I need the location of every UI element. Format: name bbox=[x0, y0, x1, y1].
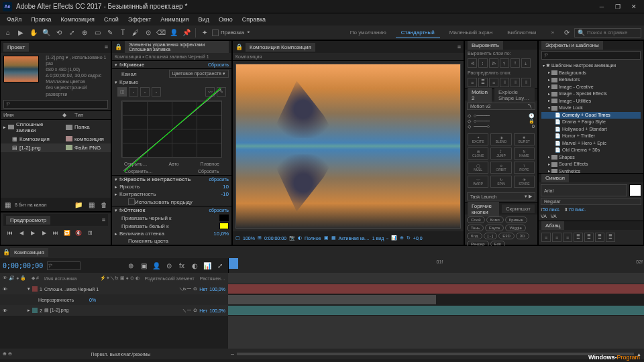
lock-icon[interactable]: 🔒 bbox=[235, 44, 243, 50]
prev-settings-icon[interactable]: ⊞ bbox=[85, 228, 95, 237]
mo2-spin[interactable]: ↻SPIN bbox=[490, 176, 511, 188]
blue-channel-icon[interactable]: ▫ bbox=[152, 87, 161, 97]
fill-color[interactable] bbox=[629, 184, 641, 196]
para-center-icon[interactable]: ≡ bbox=[552, 233, 561, 242]
playhead-icon[interactable] bbox=[229, 258, 238, 269]
col-source[interactable]: Имя источника bbox=[44, 276, 76, 281]
layer-name[interactable]: ▤ [1-2].png bbox=[44, 308, 69, 313]
channel-icon[interactable]: ◐ bbox=[298, 235, 302, 241]
first-frame-icon[interactable]: ⏮ bbox=[5, 228, 15, 237]
dist-4-icon[interactable]: ⦀ bbox=[500, 78, 509, 87]
help-search-input[interactable] bbox=[587, 29, 634, 36]
timeline-search[interactable] bbox=[47, 261, 80, 270]
tree-preset[interactable]: 📄Hollywood + Standart bbox=[541, 126, 641, 133]
dist-1-icon[interactable]: ≡ bbox=[468, 78, 477, 87]
motion2-tab[interactable]: Motion 2 bbox=[468, 88, 492, 103]
brightness-value[interactable]: 10 bbox=[223, 184, 229, 190]
screenshot-tab[interactable]: Скриншот bbox=[502, 204, 535, 213]
tree-folder[interactable]: ▸Sound Effects bbox=[541, 161, 641, 168]
presets-tab[interactable]: Эффекты и шаблоны bbox=[541, 41, 603, 50]
eraser-tool-icon[interactable]: ⌫ bbox=[156, 27, 166, 38]
tl-icon4[interactable]: ⊙ bbox=[164, 260, 174, 271]
panel-menu-icon[interactable]: ≡ bbox=[458, 44, 461, 50]
col-name[interactable]: Имя bbox=[3, 112, 62, 118]
zoom-out-icon[interactable]: ─ bbox=[231, 352, 234, 357]
rgb-channel-icon[interactable]: ◫ bbox=[117, 87, 127, 97]
zoom-tool-icon[interactable]: 🔍 bbox=[41, 27, 52, 38]
view1-icon[interactable]: ▫ bbox=[386, 236, 388, 241]
task-launch-dropdown[interactable]: Task Launch▾ ▶ bbox=[467, 192, 535, 200]
next-frame-icon[interactable]: ▶ bbox=[40, 228, 49, 237]
toggle-switches[interactable]: Перекл. выключат./режимы bbox=[91, 352, 151, 357]
presets-search-input[interactable] bbox=[541, 51, 641, 60]
workspace-more-icon[interactable]: » bbox=[546, 27, 559, 38]
close-button[interactable]: ✕ bbox=[627, 1, 641, 12]
align-tab[interactable]: Выровнять bbox=[468, 41, 503, 50]
mo2-blend[interactable]: ◑BLEND bbox=[490, 133, 511, 145]
label-swatch[interactable] bbox=[66, 125, 72, 130]
orbit-tool-icon[interactable]: ⟲ bbox=[54, 27, 64, 38]
tint-black-color[interactable] bbox=[219, 215, 229, 221]
tree-movie-look[interactable]: ▾Movie Look bbox=[541, 105, 641, 112]
tree-folder[interactable]: ▸Image - Utilities bbox=[541, 98, 641, 105]
viewer-crumb[interactable]: Композиция bbox=[233, 53, 464, 61]
clock-icon[interactable]: 🕐 bbox=[529, 113, 535, 119]
project-item-comp[interactable]: ▦ Композиция композиция bbox=[1, 135, 111, 143]
menu-edit[interactable]: Правка bbox=[27, 15, 55, 24]
col-label-icon[interactable]: ◆ bbox=[62, 112, 74, 118]
pill-fayce[interactable]: Fayce bbox=[485, 225, 504, 231]
layer-name[interactable]: Сплошн…ивка Черный 1 bbox=[44, 287, 99, 292]
tree-preset[interactable]: 📄Drama + Fargo Style bbox=[541, 119, 641, 126]
opacity-value[interactable]: 0% bbox=[89, 298, 96, 302]
col-type[interactable]: Тип bbox=[74, 112, 108, 118]
dist-6-icon[interactable]: ⦀ bbox=[521, 78, 531, 87]
dist-5-icon[interactable]: ⦀ bbox=[511, 78, 520, 87]
time-value[interactable]: 0:00:00:00 bbox=[264, 236, 286, 241]
lock-icon[interactable]: 🔒 bbox=[115, 44, 122, 50]
tree-preset[interactable]: 📄Marvel + Hero + Epic bbox=[541, 140, 641, 147]
minimize-button[interactable]: ─ bbox=[594, 1, 609, 12]
loop-icon[interactable]: 🔁 bbox=[62, 228, 72, 237]
legacy-checkbox[interactable] bbox=[128, 198, 135, 205]
menu-file[interactable]: Файл bbox=[3, 15, 25, 24]
visibility-toggle[interactable]: 👁 bbox=[3, 308, 7, 313]
layer-stretch[interactable]: 100,0% bbox=[209, 308, 225, 313]
dist-3-icon[interactable]: ≡ bbox=[489, 78, 498, 87]
tl-toggle-icon[interactable]: ⊕ ⊖ bbox=[3, 351, 12, 357]
layer-parent[interactable]: Нет bbox=[199, 308, 207, 313]
views-dropdown[interactable]: 1 вид bbox=[372, 236, 384, 241]
last-frame-icon[interactable]: ⏭ bbox=[51, 228, 60, 237]
curves-graph[interactable] bbox=[121, 101, 222, 158]
mo2-burst[interactable]: ✺BURST bbox=[514, 133, 535, 145]
pill-brackets[interactable]: [ - ] bbox=[484, 233, 498, 239]
label-swatch[interactable] bbox=[66, 136, 72, 141]
pill-comp[interactable]: Комп bbox=[486, 217, 504, 223]
preview-tab[interactable]: Предпросмотр bbox=[6, 216, 50, 225]
menu-composition[interactable]: Композиция bbox=[57, 15, 99, 24]
tint-effect-title[interactable]: Оттенок bbox=[123, 207, 209, 213]
curve-save-button[interactable]: Сохранить… bbox=[125, 169, 153, 174]
label-swatch[interactable] bbox=[66, 145, 72, 150]
new-folder-icon[interactable]: 📁 bbox=[73, 199, 84, 210]
resolution-dropdown[interactable]: Полное bbox=[305, 236, 321, 241]
char-tab[interactable]: Символ bbox=[541, 174, 569, 182]
menu-effect[interactable]: Эффект bbox=[124, 15, 155, 24]
prop-bar[interactable] bbox=[228, 295, 436, 304]
sync-icon[interactable]: ⟳ bbox=[561, 27, 572, 38]
tree-preset[interactable]: 📄Horror + Thriller bbox=[541, 133, 641, 140]
local-axis-icon[interactable]: ✦ bbox=[199, 27, 210, 38]
slider-2[interactable]: ○──── bbox=[474, 119, 490, 124]
para-jl-icon[interactable]: ≣ bbox=[574, 233, 583, 242]
curve-smooth-button[interactable]: Плавное bbox=[201, 162, 219, 166]
tracking[interactable]: VA bbox=[551, 214, 557, 219]
tree-folder[interactable]: ▸Backgrounds bbox=[541, 70, 641, 77]
lock-icon[interactable]: 🔒 bbox=[3, 249, 10, 255]
mo2-jump[interactable]: ⤴JUMP bbox=[490, 147, 511, 160]
effect-controls-tab[interactable]: Элементы управления эффектами Сплошная з… bbox=[125, 41, 229, 53]
tl-graph-icon[interactable]: 📊 bbox=[202, 260, 213, 271]
colorspace-dropdown[interactable]: Цветовое пространств ▾ bbox=[169, 70, 229, 78]
menu-animation[interactable]: Анимация bbox=[156, 15, 193, 24]
workspace-libs[interactable]: Библиотеки bbox=[502, 27, 541, 38]
explode-tab[interactable]: Explode Shape Lay… bbox=[494, 88, 535, 103]
menu-window[interactable]: Окно bbox=[215, 15, 237, 24]
